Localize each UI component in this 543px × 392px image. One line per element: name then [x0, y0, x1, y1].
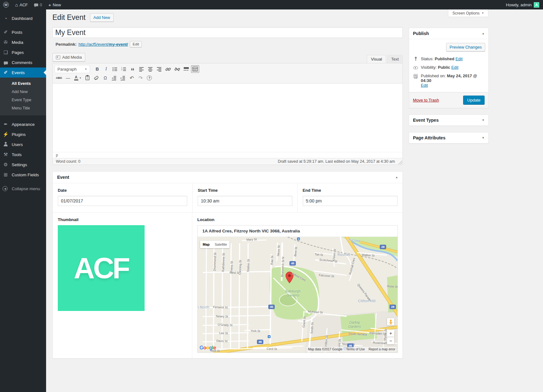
add-new-button[interactable]: Add New [90, 13, 114, 22]
route-shield: 29 [390, 305, 396, 309]
align-right-button[interactable] [155, 65, 163, 73]
comments-adminbar-link[interactable]: 0 [31, 0, 45, 9]
align-center-button[interactable] [146, 65, 154, 73]
pegman-control[interactable] [387, 318, 394, 325]
new-content-menu[interactable]: + New [45, 0, 64, 9]
permalink-label: Permalink: [56, 42, 76, 47]
google-logo[interactable]: Google [200, 345, 216, 351]
permalink-link[interactable]: http://acf5/event/my-event/ [78, 42, 128, 47]
submenu-event-type[interactable]: Event Type [0, 96, 46, 104]
special-character-button[interactable]: Ω [101, 74, 109, 82]
event-metabox-header[interactable]: Event ▲ [53, 172, 403, 183]
end-time-input[interactable] [303, 196, 397, 206]
status-row: Status: Published Edit [409, 55, 488, 63]
strikethrough-button[interactable]: ABC [55, 74, 63, 82]
toggle-up-icon[interactable]: ▲ [482, 32, 485, 35]
report-map-error-link[interactable]: Report a map error [369, 348, 395, 351]
new-label: New [53, 3, 61, 7]
sidebar-item-plugins[interactable]: ⚡ Plugins [0, 129, 46, 139]
sidebar-item-comments[interactable]: Comments [0, 57, 46, 67]
publish-box-header[interactable]: Publish ▲ [409, 28, 488, 39]
sidebar-item-appearance[interactable]: ✒ Appearance [0, 119, 46, 129]
redo-button[interactable]: ↷ [136, 74, 145, 82]
toggle-up-icon[interactable]: ▲ [395, 176, 398, 179]
paragraph-format-select[interactable]: Paragraph ▼ [55, 65, 90, 73]
map-label: York St [251, 329, 260, 333]
editor-content-area[interactable] [53, 84, 403, 152]
sidebar-item-events[interactable]: ✐ Events [0, 67, 46, 78]
horizontal-rule-button[interactable]: — [64, 74, 72, 82]
outdent-button[interactable] [110, 74, 118, 82]
sidebar-item-tools[interactable]: ⚒ Tools [0, 149, 46, 160]
terms-of-use-link[interactable]: Terms of Use [346, 348, 365, 351]
tab-text[interactable]: Text [387, 55, 403, 63]
toggle-down-icon[interactable]: ▼ [482, 119, 485, 122]
sidebar-item-users[interactable]: Users [0, 139, 46, 149]
move-to-trash-link[interactable]: Move to Trash [413, 98, 439, 102]
sidebar-item-custom-fields[interactable]: ⊞ Custom Fields [0, 170, 46, 180]
toggle-down-icon[interactable]: ▼ [482, 136, 485, 139]
edit-status-link[interactable]: Edit [456, 56, 462, 61]
map-label: Lee St [219, 331, 228, 335]
edit-published-link[interactable]: Edit [421, 83, 428, 88]
clear-formatting-button[interactable] [92, 74, 100, 82]
page-attributes-header[interactable]: Page Attributes ▼ [409, 132, 488, 143]
edit-permalink-button[interactable]: Edit [130, 41, 142, 47]
read-more-button[interactable] [182, 65, 190, 73]
map-label: Edinburgh [285, 289, 301, 293]
blockquote-button[interactable]: “ [128, 65, 137, 73]
map-label: Fenwick St [213, 305, 228, 309]
event-types-header[interactable]: Event Types ▼ [409, 115, 488, 126]
paste-as-text-button[interactable]: T [83, 74, 92, 82]
collapse-menu-button[interactable]: ◀ Collapse menu [0, 184, 46, 194]
map-label: Walker St [361, 253, 374, 257]
submenu-add-new[interactable]: Add New [0, 88, 46, 96]
preview-changes-button[interactable]: Preview Changes [446, 43, 485, 51]
thumbnail-image[interactable]: ACF [58, 225, 145, 311]
wordpress-logo-menu[interactable]: W [0, 0, 12, 9]
tab-visual[interactable]: Visual [367, 55, 386, 63]
submenu-all-events[interactable]: All Events [0, 79, 46, 88]
tram-stop-icon [268, 335, 271, 338]
italic-button[interactable]: I [102, 65, 110, 73]
unlink-button[interactable] [173, 65, 182, 73]
sidebar-item-media[interactable]: ✇ Media [0, 37, 46, 47]
google-map[interactable]: Mary StMoss StBrunswick St NBest StTait … [198, 237, 397, 353]
undo-button[interactable]: ↶ [128, 74, 136, 82]
numbered-list-button[interactable]: 12 [120, 65, 128, 73]
indent-button[interactable] [119, 74, 127, 82]
add-media-button[interactable]: Add Media [52, 53, 85, 61]
gear-icon: ⚙ [3, 162, 9, 167]
map-label: Darling [349, 320, 360, 324]
location-address[interactable]: 1A Alfred Cres, Fitzroy North VIC 3068, … [198, 225, 397, 237]
zoom-in-button[interactable]: + [387, 330, 394, 337]
edit-visibility-link[interactable]: Edit [451, 65, 458, 70]
map-type-satellite-button[interactable]: Satellite [212, 241, 230, 248]
date-input[interactable] [58, 196, 187, 206]
start-time-input[interactable] [198, 196, 292, 206]
help-button[interactable]: ? [145, 74, 153, 82]
toolbar-toggle-button[interactable] [191, 65, 199, 73]
bold-button[interactable]: B [93, 65, 101, 73]
align-left-button[interactable] [137, 65, 146, 73]
my-account-menu[interactable]: Howdy, admin A [502, 2, 543, 8]
sidebar-item-settings[interactable]: ⚙ Settings [0, 160, 46, 170]
comments-count: 0 [40, 3, 42, 7]
word-count-label: Word count: [56, 159, 77, 164]
submenu-menu-title[interactable]: Menu Title [0, 104, 46, 112]
update-button[interactable]: Update [463, 96, 485, 105]
events-submenu: All Events Add New Event Type Menu Title [0, 78, 46, 115]
bullet-list-button[interactable] [111, 65, 119, 73]
site-name-link[interactable]: ⌂ ACF [12, 0, 31, 9]
event-types-box: Event Types ▼ [409, 114, 489, 126]
zoom-out-button[interactable]: − [387, 337, 394, 344]
text-color-button[interactable]: A ▼ [73, 74, 83, 82]
map-label: Best St [293, 247, 298, 257]
sidebar-item-posts[interactable]: ✐ Posts [0, 27, 46, 37]
map-type-map-button[interactable]: Map [200, 241, 212, 248]
screen-options-tab[interactable]: Screen Options ▼ [448, 9, 488, 17]
link-button[interactable] [164, 65, 172, 73]
sidebar-item-pages[interactable]: ❏ Pages [0, 47, 46, 57]
post-title-input[interactable] [52, 27, 403, 38]
sidebar-item-dashboard[interactable]: ◔ Dashboard [0, 13, 46, 23]
